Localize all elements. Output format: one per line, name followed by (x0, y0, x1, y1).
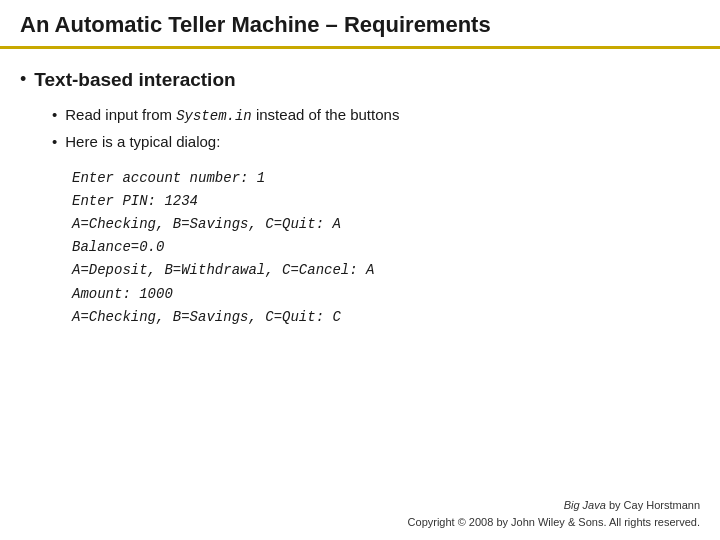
code-line-5: A=Deposit, B=Withdrawal, C=Cancel: A (72, 259, 700, 282)
footer-author: by Cay Horstmann (609, 499, 700, 511)
sub-bullets-container: • Read input from System.in instead of t… (52, 104, 700, 154)
sub-bullet-dot-1: • (52, 104, 57, 127)
sub-bullet-1: • Read input from System.in instead of t… (52, 104, 700, 127)
page-container: An Automatic Teller Machine – Requiremen… (0, 0, 720, 540)
code-line-6: Amount: 1000 (72, 283, 700, 306)
footer-book-title: Big Java (564, 499, 606, 511)
code-line-2: Enter PIN: 1234 (72, 190, 700, 213)
main-bullet-text: Text-based interaction (34, 67, 235, 94)
sub-bullet-text-1: Read input from System.in instead of the… (65, 104, 399, 127)
main-bullet-dot: • (20, 67, 26, 92)
sub-bullet-dot-2: • (52, 131, 57, 154)
code-block: Enter account number: 1 Enter PIN: 1234 … (72, 167, 700, 329)
code-line-4: Balance=0.0 (72, 236, 700, 259)
content-area: • Text-based interaction • Read input fr… (0, 49, 720, 489)
sub-bullet-2: • Here is a typical dialog: (52, 131, 700, 154)
header: An Automatic Teller Machine – Requiremen… (0, 0, 720, 49)
footer-book-info: Big Java by Cay Horstmann (20, 497, 700, 514)
page-title: An Automatic Teller Machine – Requiremen… (20, 12, 491, 37)
sub-bullet-text-2: Here is a typical dialog: (65, 131, 220, 154)
code-line-1: Enter account number: 1 (72, 167, 700, 190)
code-line-7: A=Checking, B=Savings, C=Quit: C (72, 306, 700, 329)
footer: Big Java by Cay Horstmann Copyright © 20… (0, 489, 720, 540)
main-bullet-item: • Text-based interaction (20, 67, 700, 94)
footer-copyright: Copyright © 2008 by John Wiley & Sons. A… (20, 514, 700, 531)
code-line-3: A=Checking, B=Savings, C=Quit: A (72, 213, 700, 236)
